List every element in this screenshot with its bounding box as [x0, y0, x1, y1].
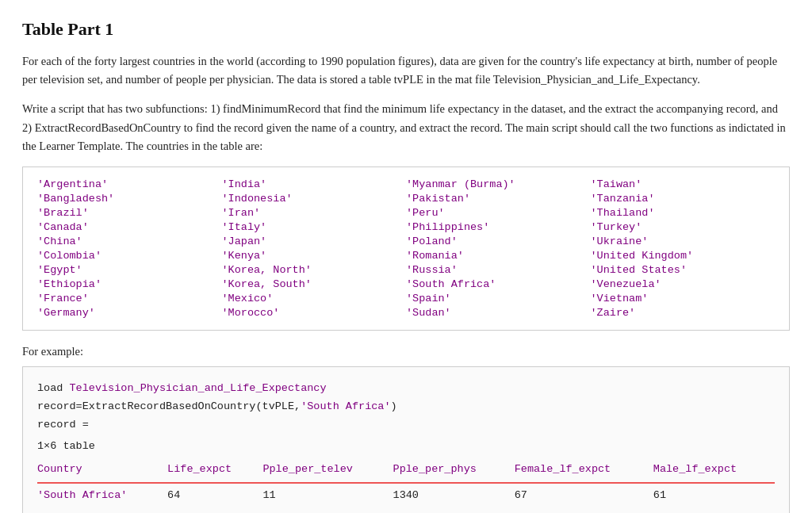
code-line-1: load Television_Physician_and_Life_Expec… — [37, 380, 775, 398]
country-item: 'Bangladesh' — [37, 193, 222, 205]
country-item: 'Italy' — [222, 221, 407, 233]
country-item: 'China' — [37, 235, 222, 247]
country-item: 'Ukraine' — [591, 235, 776, 247]
table-cell: 64 — [167, 483, 262, 507]
table-header: Life_expct — [167, 459, 262, 483]
country-item: 'Pakistan' — [406, 193, 591, 205]
country-item: 'United Kingdom' — [591, 250, 776, 262]
country-item: 'Argentina' — [37, 178, 222, 190]
country-item: 'Myanmar (Burma)' — [406, 178, 591, 190]
country-item: 'United States' — [591, 264, 776, 276]
country-item: 'Japan' — [222, 235, 407, 247]
country-item: 'Ethiopia' — [37, 278, 222, 290]
country-item: 'Kenya' — [222, 250, 407, 262]
country-item: 'Taiwan' — [591, 178, 776, 190]
closing-paren: ) — [391, 400, 397, 412]
country-item: 'Korea, South' — [222, 278, 407, 290]
table-header: Pple_per_phys — [393, 459, 515, 483]
table-cell: 61 — [653, 483, 775, 507]
table-cell: 11 — [262, 483, 393, 507]
for-example-label: For example: — [22, 345, 790, 358]
country-item: 'Zaire' — [591, 307, 776, 319]
country-item: 'Canada' — [37, 221, 222, 233]
country-item: 'Russia' — [406, 264, 591, 276]
country-item: 'South Africa' — [406, 278, 591, 290]
file-link: Television_Physician_and_Life_Expectancy — [70, 382, 327, 394]
table-cell: 'South Africa' — [37, 483, 167, 507]
country-item: 'Brazil' — [37, 207, 222, 219]
table-header: Female_lf_expct — [515, 459, 653, 483]
country-item: 'Venezuela' — [591, 278, 776, 290]
country-arg: 'South Africa' — [301, 400, 390, 412]
country-item: 'Vietnam' — [591, 293, 776, 304]
table-size-label: 1×6 table — [37, 440, 95, 452]
country-item: 'Turkey' — [591, 221, 776, 233]
country-item: 'Philippines' — [406, 221, 591, 233]
country-item: 'Colombia' — [37, 250, 222, 262]
code-line-3: record = — [37, 416, 775, 435]
country-item: 'Germany' — [37, 307, 222, 319]
country-item: 'Mexico' — [222, 293, 407, 304]
country-grid: 'Argentina''India''Myanmar (Burma)''Taiw… — [37, 178, 775, 319]
code-line-4: 1×6 table CountryLife_expctPple_per_tele… — [37, 438, 775, 507]
country-item: 'Sudan' — [406, 307, 591, 319]
country-item: 'Spain' — [406, 293, 591, 304]
code-line-2: record=ExtractRecordBasedOnCountry(tvPLE… — [37, 398, 775, 416]
description-1: For each of the forty largest countries … — [22, 52, 790, 89]
country-item: 'Korea, North' — [222, 264, 407, 276]
country-item: 'Romania' — [406, 250, 591, 262]
country-item: 'Indonesia' — [222, 193, 407, 205]
country-item: 'France' — [37, 293, 222, 304]
table-cell: 1340 — [393, 483, 515, 507]
table-header: Pple_per_telev — [262, 459, 393, 483]
description-2: Write a script that has two subfunctions… — [22, 100, 790, 155]
extract-call: record=ExtractRecordBasedOnCountry(tvPLE… — [37, 400, 301, 412]
country-list-box: 'Argentina''India''Myanmar (Burma)''Taiw… — [22, 167, 790, 331]
table-header: Country — [37, 459, 167, 483]
country-item: 'Tanzania' — [591, 193, 776, 205]
table-cell: 67 — [515, 483, 653, 507]
country-item: 'Iran' — [222, 207, 407, 219]
country-item: 'Morocco' — [222, 307, 407, 319]
country-item: 'Thailand' — [591, 207, 776, 219]
load-keyword: load — [37, 382, 70, 394]
country-item: 'Egypt' — [37, 264, 222, 276]
country-item: 'Peru' — [406, 207, 591, 219]
code-example-box: load Television_Physician_and_Life_Expec… — [22, 366, 790, 513]
country-item: 'Poland' — [406, 235, 591, 247]
result-table: CountryLife_expctPple_per_televPple_per_… — [37, 459, 775, 507]
table-header: Male_lf_expct — [653, 459, 775, 483]
country-item: 'India' — [222, 178, 407, 190]
page-title: Table Part 1 — [22, 19, 790, 40]
